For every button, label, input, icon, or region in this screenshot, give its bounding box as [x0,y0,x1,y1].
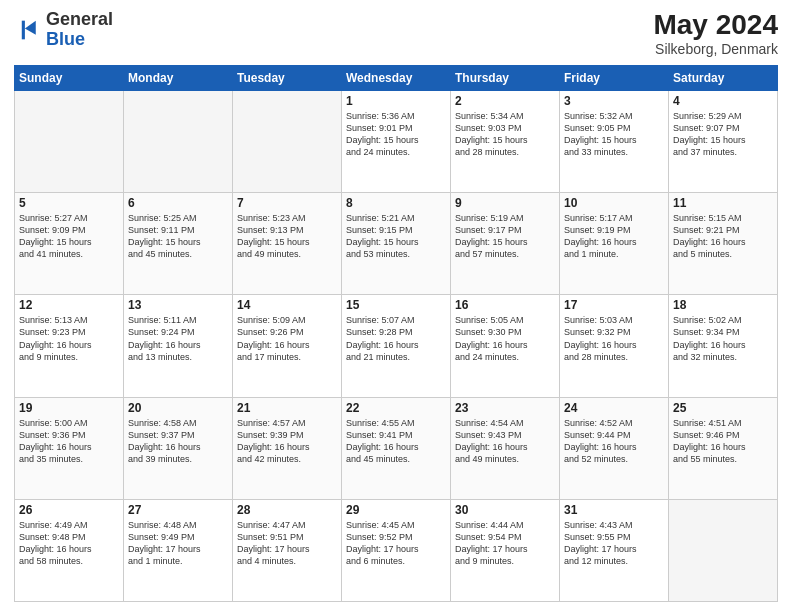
day-info: Sunrise: 4:45 AM Sunset: 9:52 PM Dayligh… [346,519,446,568]
calendar-week-0: 1Sunrise: 5:36 AM Sunset: 9:01 PM Daylig… [15,90,778,192]
calendar-cell: 16Sunrise: 5:05 AM Sunset: 9:30 PM Dayli… [451,295,560,397]
calendar-cell: 19Sunrise: 5:00 AM Sunset: 9:36 PM Dayli… [15,397,124,499]
day-number: 29 [346,503,446,517]
svg-marker-0 [25,20,36,34]
day-info: Sunrise: 4:49 AM Sunset: 9:48 PM Dayligh… [19,519,119,568]
day-number: 4 [673,94,773,108]
calendar-cell: 22Sunrise: 4:55 AM Sunset: 9:41 PM Dayli… [342,397,451,499]
day-number: 16 [455,298,555,312]
day-info: Sunrise: 5:21 AM Sunset: 9:15 PM Dayligh… [346,212,446,261]
calendar-cell: 31Sunrise: 4:43 AM Sunset: 9:55 PM Dayli… [560,499,669,601]
calendar-cell: 12Sunrise: 5:13 AM Sunset: 9:23 PM Dayli… [15,295,124,397]
calendar-cell [233,90,342,192]
day-info: Sunrise: 5:00 AM Sunset: 9:36 PM Dayligh… [19,417,119,466]
day-info: Sunrise: 4:47 AM Sunset: 9:51 PM Dayligh… [237,519,337,568]
calendar-cell: 17Sunrise: 5:03 AM Sunset: 9:32 PM Dayli… [560,295,669,397]
day-number: 23 [455,401,555,415]
calendar-cell: 8Sunrise: 5:21 AM Sunset: 9:15 PM Daylig… [342,193,451,295]
day-info: Sunrise: 5:36 AM Sunset: 9:01 PM Dayligh… [346,110,446,159]
day-number: 8 [346,196,446,210]
day-number: 12 [19,298,119,312]
col-header-wednesday: Wednesday [342,65,451,90]
day-info: Sunrise: 4:51 AM Sunset: 9:46 PM Dayligh… [673,417,773,466]
day-number: 15 [346,298,446,312]
day-info: Sunrise: 5:05 AM Sunset: 9:30 PM Dayligh… [455,314,555,363]
calendar-cell: 20Sunrise: 4:58 AM Sunset: 9:37 PM Dayli… [124,397,233,499]
logo-text: General Blue [46,10,113,50]
day-info: Sunrise: 5:17 AM Sunset: 9:19 PM Dayligh… [564,212,664,261]
month-year: May 2024 [653,10,778,41]
day-info: Sunrise: 4:48 AM Sunset: 9:49 PM Dayligh… [128,519,228,568]
svg-rect-1 [22,20,25,39]
calendar-cell: 9Sunrise: 5:19 AM Sunset: 9:17 PM Daylig… [451,193,560,295]
day-info: Sunrise: 5:03 AM Sunset: 9:32 PM Dayligh… [564,314,664,363]
logo-blue: Blue [46,29,85,49]
day-info: Sunrise: 5:34 AM Sunset: 9:03 PM Dayligh… [455,110,555,159]
location: Silkeborg, Denmark [653,41,778,57]
calendar-week-4: 26Sunrise: 4:49 AM Sunset: 9:48 PM Dayli… [15,499,778,601]
calendar-cell: 1Sunrise: 5:36 AM Sunset: 9:01 PM Daylig… [342,90,451,192]
calendar-cell: 14Sunrise: 5:09 AM Sunset: 9:26 PM Dayli… [233,295,342,397]
calendar-cell: 7Sunrise: 5:23 AM Sunset: 9:13 PM Daylig… [233,193,342,295]
day-info: Sunrise: 5:27 AM Sunset: 9:09 PM Dayligh… [19,212,119,261]
day-number: 5 [19,196,119,210]
col-header-thursday: Thursday [451,65,560,90]
day-number: 26 [19,503,119,517]
col-header-monday: Monday [124,65,233,90]
calendar-cell [15,90,124,192]
day-number: 19 [19,401,119,415]
day-info: Sunrise: 5:09 AM Sunset: 9:26 PM Dayligh… [237,314,337,363]
calendar-cell: 26Sunrise: 4:49 AM Sunset: 9:48 PM Dayli… [15,499,124,601]
day-number: 1 [346,94,446,108]
day-info: Sunrise: 5:25 AM Sunset: 9:11 PM Dayligh… [128,212,228,261]
col-header-saturday: Saturday [669,65,778,90]
calendar-cell: 21Sunrise: 4:57 AM Sunset: 9:39 PM Dayli… [233,397,342,499]
calendar-cell: 10Sunrise: 5:17 AM Sunset: 9:19 PM Dayli… [560,193,669,295]
calendar-header-row: SundayMondayTuesdayWednesdayThursdayFrid… [15,65,778,90]
calendar-cell: 5Sunrise: 5:27 AM Sunset: 9:09 PM Daylig… [15,193,124,295]
day-number: 14 [237,298,337,312]
page: General Blue May 2024 Silkeborg, Denmark… [0,0,792,612]
calendar-cell: 24Sunrise: 4:52 AM Sunset: 9:44 PM Dayli… [560,397,669,499]
title-block: May 2024 Silkeborg, Denmark [653,10,778,57]
day-info: Sunrise: 4:57 AM Sunset: 9:39 PM Dayligh… [237,417,337,466]
day-number: 9 [455,196,555,210]
day-info: Sunrise: 5:15 AM Sunset: 9:21 PM Dayligh… [673,212,773,261]
day-number: 6 [128,196,228,210]
day-info: Sunrise: 5:02 AM Sunset: 9:34 PM Dayligh… [673,314,773,363]
day-number: 24 [564,401,664,415]
day-number: 27 [128,503,228,517]
day-info: Sunrise: 5:13 AM Sunset: 9:23 PM Dayligh… [19,314,119,363]
day-number: 22 [346,401,446,415]
calendar-cell: 6Sunrise: 5:25 AM Sunset: 9:11 PM Daylig… [124,193,233,295]
day-info: Sunrise: 4:54 AM Sunset: 9:43 PM Dayligh… [455,417,555,466]
day-info: Sunrise: 5:29 AM Sunset: 9:07 PM Dayligh… [673,110,773,159]
calendar-cell: 30Sunrise: 4:44 AM Sunset: 9:54 PM Dayli… [451,499,560,601]
col-header-sunday: Sunday [15,65,124,90]
day-number: 25 [673,401,773,415]
header: General Blue May 2024 Silkeborg, Denmark [14,10,778,57]
day-number: 7 [237,196,337,210]
logo-general: General [46,9,113,29]
day-info: Sunrise: 5:07 AM Sunset: 9:28 PM Dayligh… [346,314,446,363]
day-number: 11 [673,196,773,210]
calendar-cell: 11Sunrise: 5:15 AM Sunset: 9:21 PM Dayli… [669,193,778,295]
day-number: 18 [673,298,773,312]
day-info: Sunrise: 5:23 AM Sunset: 9:13 PM Dayligh… [237,212,337,261]
col-header-friday: Friday [560,65,669,90]
day-info: Sunrise: 4:58 AM Sunset: 9:37 PM Dayligh… [128,417,228,466]
day-number: 31 [564,503,664,517]
calendar-week-1: 5Sunrise: 5:27 AM Sunset: 9:09 PM Daylig… [15,193,778,295]
day-number: 20 [128,401,228,415]
calendar-cell: 2Sunrise: 5:34 AM Sunset: 9:03 PM Daylig… [451,90,560,192]
logo-icon [14,16,42,44]
calendar-cell: 15Sunrise: 5:07 AM Sunset: 9:28 PM Dayli… [342,295,451,397]
day-info: Sunrise: 5:19 AM Sunset: 9:17 PM Dayligh… [455,212,555,261]
day-number: 28 [237,503,337,517]
calendar-cell [124,90,233,192]
day-info: Sunrise: 4:44 AM Sunset: 9:54 PM Dayligh… [455,519,555,568]
calendar-cell: 13Sunrise: 5:11 AM Sunset: 9:24 PM Dayli… [124,295,233,397]
day-number: 2 [455,94,555,108]
day-number: 21 [237,401,337,415]
calendar-cell: 25Sunrise: 4:51 AM Sunset: 9:46 PM Dayli… [669,397,778,499]
